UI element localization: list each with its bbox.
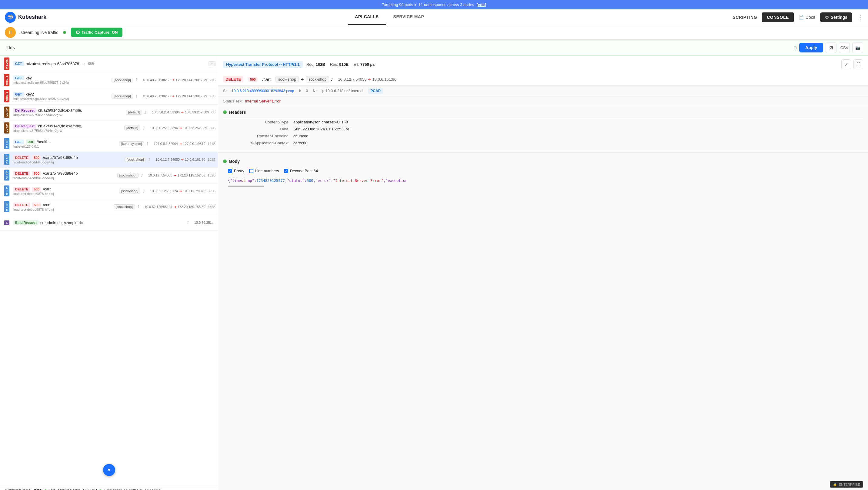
scripting-button[interactable]: SCRIPTING — [733, 15, 757, 20]
pretty-label: Pretty — [234, 169, 244, 173]
docs-button[interactable]: 📄 Docs — [799, 15, 815, 20]
top-banner: Targeting 90 pods in 11 namespaces acros… — [0, 0, 868, 9]
traffic-row[interactable]: LDAP Del Request cn.a2f9914d,dc.example,… — [0, 120, 218, 136]
share-icon[interactable]: ⤴ — [146, 142, 151, 146]
pretty-checkbox[interactable]: ✓ Pretty — [228, 169, 244, 173]
check-icon: ✓ — [229, 169, 231, 173]
dst-ip: 10.0.6.161:80 — [185, 158, 205, 161]
scroll-to-bottom-button[interactable]: ▼ — [103, 464, 115, 476]
banner-edit-link[interactable]: [edit] — [476, 2, 486, 7]
total-size: 172.6GB — [83, 488, 97, 490]
line-numbers-check[interactable] — [249, 169, 253, 173]
traffic-row[interactable]: HTTP DELETE 500 /carts/57a98d98e4b front… — [0, 168, 218, 183]
csv-button[interactable]: CSV — [839, 42, 850, 53]
detail-src-ip: 10.0.12.7:54050 — [338, 77, 366, 82]
protocol-label: LDAP — [4, 122, 9, 134]
share-icon[interactable]: ⤴ — [148, 157, 153, 162]
namespace-badge: [sock-shop] — [119, 189, 140, 194]
body-section-header: Body — [218, 155, 868, 166]
share-icon[interactable]: ⤴ — [135, 78, 140, 82]
status-bar: Displayed items: 9466 Total captured siz… — [0, 486, 218, 490]
dst-ip: 127.0.0.1:9879 — [183, 142, 205, 146]
row-main: GET mizutest-redis-go-68bd786878-6v24q 5… — [13, 61, 206, 66]
sub-header: ⏸ streaming live traffic ⏻ Traffic Captu… — [0, 25, 868, 40]
tab-api-calls[interactable]: API CALLS — [348, 9, 386, 25]
console-button[interactable]: CONSOLE — [762, 12, 794, 22]
traffic-capture-button[interactable]: ⏻ Traffic Capture: ON — [71, 28, 122, 37]
traffic-row[interactable]: LDAP Del Request cn.a2f9914d,dc.example,… — [0, 105, 218, 120]
protocol-label: REDIS — [4, 74, 9, 86]
pause-button[interactable]: ⏸ — [5, 27, 16, 38]
check-icon-2: ✓ — [285, 169, 287, 173]
method-badge: GET — [13, 61, 24, 66]
headers-section-header: Headers — [218, 106, 868, 117]
camera-button[interactable]: 📷 — [852, 42, 863, 53]
share-icon[interactable]: ⤴ — [143, 126, 148, 131]
share-icon[interactable]: ⤴ — [141, 173, 146, 178]
share-icon[interactable]: ⤴ — [135, 94, 140, 98]
pcap-button[interactable]: PCAP — [368, 88, 383, 94]
row-network: 10.0.50.251:... — [194, 221, 216, 224]
share-icon-detail[interactable]: ⤴ — [331, 77, 333, 82]
traffic-row[interactable]: HTTP DELETE 500 /carts/57a98d98e4b front… — [0, 152, 218, 168]
filter-icon-button[interactable]: ⊟ — [794, 46, 797, 50]
row-path: /cart — [43, 187, 51, 191]
lock-icon: 🔒 — [833, 483, 837, 486]
arrow-icon: ➜ — [179, 142, 182, 146]
method-badge: DELETE — [13, 171, 30, 176]
protocol-label: HTTP — [4, 154, 9, 165]
protocol-label: HTTP — [4, 138, 9, 149]
row-path: /carts/57a98d98e4b — [43, 155, 78, 160]
camera-icon: 📷 — [855, 46, 860, 50]
decode-base64-check[interactable]: ✓ — [284, 169, 288, 173]
pretty-check[interactable]: ✓ — [228, 169, 232, 173]
namespace-badge: [default] — [126, 110, 142, 115]
share-icon[interactable]: ⤴ — [143, 189, 148, 194]
more-button[interactable]: ⋮ — [857, 13, 863, 21]
row-path: mizutest-redis-go-68bd786878-6v24q — [26, 62, 86, 66]
screenshot-button[interactable]: 🖼 — [826, 42, 836, 53]
traffic-row[interactable]: REDIS GET key2 mizutest-redis-go-68bd786… — [0, 88, 218, 105]
fullscreen-button[interactable]: ⛶ — [854, 59, 863, 69]
detail-actions: ⤢ ⛶ — [841, 59, 863, 69]
traffic-row[interactable]: REDIS GET key mizutest-redis-go-68bd7868… — [0, 72, 218, 89]
traffic-row[interactable]: HTTP DELETE 500 /cart load-test-dcbdd987… — [0, 183, 218, 199]
share-icon[interactable]: ⤴ — [137, 205, 142, 209]
share-icon[interactable]: ⤴ — [145, 110, 149, 115]
share-icon[interactable]: ⤴ — [187, 221, 192, 225]
namespace-badge: [sock-shop] — [112, 78, 133, 83]
row-sub: kubelet/127.0.0.1 — [13, 145, 117, 148]
method-badge: GET — [13, 76, 24, 80]
traffic-row[interactable]: HTTP DELETE 500 /cart load-test-dcbdd987… — [0, 199, 218, 215]
decode-base64-checkbox[interactable]: ✓ Decode Base64 — [284, 169, 318, 173]
traffic-row[interactable]: REDIS GET mizutest-redis-go-68bd786878-6… — [0, 56, 218, 72]
method-badge: Del Request — [13, 124, 36, 128]
body-options: ✓ Pretty Line numbers ✓ Decode Base64 — [218, 166, 868, 176]
source-file-link[interactable]: 10.0.6.218:48999/000018293843.pcap — [231, 89, 294, 93]
settings-button[interactable]: ⚙ Settings — [820, 12, 852, 22]
row-main: Bind Request cn.admin,dc.example,dc — [13, 220, 185, 225]
row-path: cn.a2f9914d,dc.example, — [38, 108, 82, 113]
row-main: DELETE 500 /carts/57a98d98e4b — [13, 155, 122, 160]
row-network: 10.0.40.231:38258 ➜ 172.20.144.190:6379 — [143, 78, 207, 82]
traffic-row[interactable]: P Bind Request cn.admin,dc.example,dc ⤴ … — [0, 215, 218, 231]
right-panel: Hypertext Transfer Protocol -- HTTP/1.1 … — [218, 56, 868, 490]
filter-input[interactable] — [5, 45, 791, 50]
arrow: ➜ — [301, 77, 304, 82]
expand-button[interactable]: ⤢ — [841, 59, 851, 69]
method-badge: GET — [13, 92, 24, 97]
protocol-label: HTTP — [4, 185, 9, 197]
line-numbers-checkbox[interactable]: Line numbers — [249, 169, 279, 173]
row-info: Del Request cn.a2f9914d,dc.example, ldap… — [13, 108, 124, 117]
traffic-row[interactable]: HTTP GET 200 /healthz kubelet/127.0.0.1 … — [0, 136, 218, 152]
method-badge: Del Request — [13, 108, 36, 113]
detail-header: Hypertext Transfer Protocol -- HTTP/1.1 … — [218, 56, 868, 73]
apply-button[interactable]: Apply — [799, 43, 823, 53]
dst-ip: 172.20.189.158:80 — [178, 205, 206, 209]
traffic-list[interactable]: REDIS GET mizutest-redis-go-68bd786878-6… — [0, 56, 218, 486]
protocol-badge: HTTP — [2, 170, 11, 181]
detail-status-badge: 500 — [248, 77, 257, 82]
header-key: Transfer-Encoding — [228, 134, 288, 138]
tab-service-map[interactable]: SERVICE MAP — [386, 9, 432, 25]
protocol-badge: LDAP — [2, 107, 11, 118]
